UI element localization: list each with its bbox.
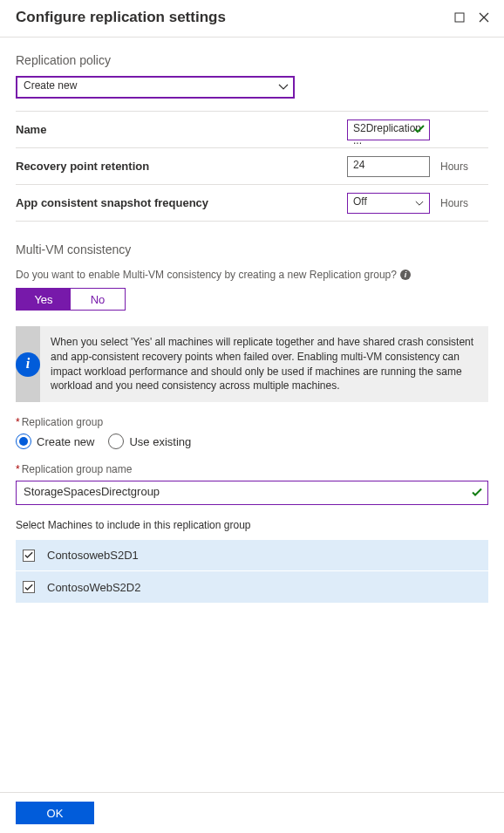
restore-button[interactable]: [452, 10, 467, 25]
machine-row[interactable]: ContosoWebS2D2: [16, 571, 488, 603]
radio-create-new[interactable]: Create new: [16, 434, 94, 449]
chevron-down-icon: [415, 197, 424, 209]
info-box: i When you select 'Yes' all machines wil…: [16, 326, 488, 402]
name-row: Name S2Dreplication ...: [16, 112, 488, 148]
replication-group-label: *Replication group: [16, 416, 488, 428]
name-label: Name: [16, 123, 347, 136]
retention-value: 24: [353, 159, 364, 171]
retention-label: Recovery point retention: [16, 160, 347, 173]
group-name-label: *Replication group name: [16, 463, 488, 475]
yes-no-toggle[interactable]: Yes No: [16, 288, 126, 311]
radio-use-existing[interactable]: Use existing: [108, 434, 191, 449]
group-name-value: StorageSpacesDirectgroup: [24, 485, 160, 498]
replication-group-radios: Create new Use existing: [16, 434, 488, 449]
snapshot-value: Off: [353, 195, 367, 208]
replication-policy-select[interactable]: Create new: [16, 76, 295, 99]
replication-policy-value: Create new: [24, 79, 77, 92]
close-button[interactable]: [476, 10, 492, 25]
info-icon[interactable]: i: [400, 270, 411, 280]
machine-name: ContosowebS2D1: [47, 549, 139, 562]
machine-name: ContosoWebS2D2: [47, 581, 140, 594]
required-star: *: [16, 416, 20, 428]
required-star: *: [16, 463, 20, 475]
radio-icon: [108, 434, 124, 449]
machine-row[interactable]: ContosowebS2D1: [16, 540, 488, 571]
name-input[interactable]: S2Dreplication ...: [347, 119, 430, 140]
checkbox[interactable]: [23, 550, 35, 562]
info-icon-cell: i: [16, 326, 40, 402]
svg-rect-0: [455, 13, 464, 22]
snapshot-label: App consistent snapshot frequency: [16, 196, 347, 209]
multivm-question: Do you want to enable Multi-VM consisten…: [16, 269, 488, 281]
panel-title: Configure replication settings: [16, 9, 443, 26]
footer: OK: [0, 792, 504, 833]
multivm-heading: Multi-VM consistency: [16, 242, 488, 256]
info-text: When you select 'Yes' all machines will …: [40, 326, 488, 402]
checkmark-icon: [472, 487, 482, 500]
select-machines-label: Select Machines to include in this repli…: [16, 519, 488, 531]
toggle-yes[interactable]: Yes: [17, 289, 71, 310]
ok-button[interactable]: OK: [16, 802, 94, 824]
group-name-input[interactable]: StorageSpacesDirectgroup: [16, 481, 488, 505]
checkmark-icon: [414, 124, 425, 136]
snapshot-select[interactable]: Off: [347, 193, 430, 214]
title-bar: Configure replication settings: [0, 0, 504, 38]
retention-row: Recovery point retention 24 Hours: [16, 148, 488, 185]
snapshot-row: App consistent snapshot frequency Off Ho…: [16, 185, 488, 222]
info-badge-icon: i: [16, 352, 40, 377]
retention-unit: Hours: [440, 160, 488, 173]
chevron-down-icon: [278, 81, 289, 93]
retention-input[interactable]: 24: [347, 156, 430, 177]
name-value: S2Dreplication ...: [353, 122, 421, 147]
toggle-no[interactable]: No: [71, 289, 125, 310]
checkbox[interactable]: [23, 581, 35, 593]
replication-policy-heading: Replication policy: [16, 53, 488, 67]
radio-icon: [16, 434, 31, 449]
machines-list: ContosowebS2D1 ContosoWebS2D2: [16, 540, 488, 603]
snapshot-unit: Hours: [440, 197, 488, 209]
